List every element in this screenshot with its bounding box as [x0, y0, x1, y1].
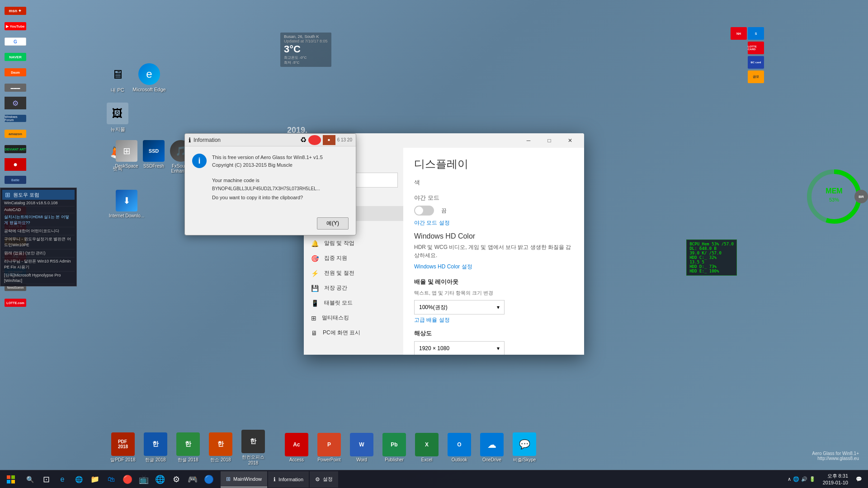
maximize-button[interactable]: □: [539, 133, 560, 148]
taskbar-icon-3[interactable]: 🌐: [152, 470, 168, 488]
forum-item-6[interactable]: 리나무님 - 달판폰 Win10 RSS Admin PE Fix 사용기: [2, 258, 75, 272]
nav-focus[interactable]: 🎯 집중 지원: [304, 251, 403, 266]
taskbar-folder-icon[interactable]: 📁: [87, 470, 103, 488]
sidebar-deviantart[interactable]: DEVIANT ART: [4, 142, 27, 156]
hw-hdd-c-val: 13.5 5: [689, 260, 734, 264]
night-mode-settings-link[interactable]: 야간 모드 설정: [414, 219, 573, 227]
br-badge: BR: [854, 190, 868, 203]
icon-samsung[interactable]: S: [748, 27, 764, 40]
nav-tablet[interactable]: 📱 태블릿 모드: [304, 296, 403, 310]
icon-unknown[interactable]: 금모: [748, 70, 764, 83]
hd-color-settings-link[interactable]: Windows HD Color 설정: [414, 263, 573, 271]
sidebar-lotte-com[interactable]: LOTTE.com: [4, 296, 27, 310]
hw-cpu: BCPU_Hem 53% /57.0: [689, 242, 734, 246]
app-skype[interactable]: 💬 비즐/Skype: [509, 432, 540, 463]
taskbar-settings[interactable]: ⚙ 설정: [310, 471, 338, 488]
forum-item-3[interactable]: 공략에 대한어 어떤이코드니다: [2, 227, 75, 235]
desktop-internet-download[interactable]: ⬇ Internet Downlo...: [108, 190, 145, 218]
taskbar-icon-6[interactable]: 🔵: [201, 470, 217, 488]
taskbar-edge-icon[interactable]: 🌐: [71, 470, 87, 488]
desktop-icon-microsoft-edge[interactable]: e Microsoft Edge: [131, 63, 167, 92]
sidebar-windows-forum[interactable]: Windows Forum: [4, 111, 27, 126]
sidebar-icon1[interactable]: ▬▬▬: [4, 80, 27, 95]
taskbar-icon-5[interactable]: 🎮: [184, 470, 201, 488]
notification-center-button[interactable]: 💬: [854, 470, 864, 488]
info-orange-icon: ■: [323, 135, 335, 145]
app-hansho2018[interactable]: 한 한쇼 2018: [205, 432, 236, 463]
sidebar-battlenet[interactable]: Battle: [4, 173, 27, 187]
icon-lotte-card[interactable]: LOTTE CARD: [748, 42, 764, 54]
tray-volume-icon[interactable]: 🔊: [801, 476, 807, 482]
forum-popup-title: ⊞ 원도우 포럼: [2, 190, 75, 200]
taskbar-store-icon[interactable]: 🛍: [103, 470, 119, 488]
taskbar-icon-2[interactable]: 📺: [136, 470, 152, 488]
taskview-button[interactable]: ⊡: [38, 470, 54, 488]
taskbar-icon-1[interactable]: 🔴: [119, 470, 136, 488]
app-publisher[interactable]: Pb Publisher: [379, 433, 410, 462]
sidebar-game[interactable]: ⚙: [4, 96, 27, 110]
app-hancel2018[interactable]: 한 한셀 2018: [173, 432, 203, 463]
taskbar-right: ∧ 🌐 🔊 🔋 오후 8:31 2019-01-10 💬: [786, 470, 868, 488]
night-mode-title: 야간 모드: [414, 194, 573, 202]
app-hangul2018[interactable]: 한 한글 2018: [140, 432, 171, 463]
taskbar-ie-icon[interactable]: e: [54, 470, 71, 488]
app-excel[interactable]: X Excel: [411, 433, 442, 462]
app-outlook[interactable]: O Outlook: [444, 433, 475, 462]
yes-button[interactable]: 예(Y): [317, 217, 349, 230]
nav-project[interactable]: 🖥 PC에 화면 표시: [304, 325, 403, 340]
taskbar-clock[interactable]: 오후 8:31 2019-01-10: [819, 473, 852, 486]
nav-storage[interactable]: 💾 저장 공간: [304, 281, 403, 296]
night-mode-toggle[interactable]: [414, 206, 434, 216]
app-powerpoint[interactable]: P PowerPoint: [314, 433, 344, 462]
start-button[interactable]: [0, 470, 22, 488]
minimize-button[interactable]: ─: [518, 133, 539, 148]
app-word[interactable]: W Word: [346, 433, 377, 462]
information-dialog: ℹ Information ♻ ■ 6 13 20 i This is free…: [184, 133, 356, 235]
tray-network-icon[interactable]: 🌐: [793, 476, 799, 482]
taskbar-icon-4[interactable]: ⚙: [168, 470, 184, 488]
tray-battery-icon[interactable]: 🔋: [809, 476, 816, 482]
info-dialog-titlebar: ℹ Information ♻ ■ 6 13 20: [185, 134, 356, 146]
app-pdf2018[interactable]: PDF2018 알PDF 2018: [108, 432, 138, 463]
resolution-dropdown[interactable]: 868 × 488 ▾: [414, 341, 505, 355]
nav-power[interactable]: ⚡ 전원 및 절전: [304, 266, 403, 281]
desktop-icon-mypc[interactable]: 🖥 내 PC: [99, 63, 136, 94]
icon-bc[interactable]: BC card: [748, 56, 764, 69]
app-access[interactable]: Ac Access: [281, 433, 312, 462]
scale-dropdown[interactable]: 100%(권장) ▾: [414, 300, 505, 314]
hw-hdd-d: HDD D:_ 73%: [689, 264, 734, 269]
forum-item-2[interactable]: 설치시는트레이HDMI 설1는 본 어떻게 됐을까요??: [2, 213, 75, 227]
sidebar-icon2[interactable]: ●: [4, 157, 27, 172]
forum-item-1[interactable]: AutoCAD: [2, 206, 75, 213]
taskbar: 🔍 ⊡ e 🌐 📁 🛍 🔴 📺 🌐 ⚙ 🎮 🔵 ⊞ MainWindow ℹ I…: [0, 470, 868, 488]
sidebar-shop[interactable]: amazon: [4, 127, 27, 141]
taskbar-information[interactable]: ℹ Information: [268, 471, 309, 488]
sidebar-youtube[interactable]: ▶ YouTube: [4, 19, 27, 33]
taskbar-search-button[interactable]: 🔍: [22, 470, 38, 488]
hd-color-desc: HDR 및 WCG 비디오, 게임 및 앱에서 보다 밝고 생생한 화질을 감상…: [414, 243, 573, 259]
desktop-icon-item2[interactable]: 🖼 뉴지몰: [99, 103, 136, 133]
tray-up-icon[interactable]: ∧: [788, 476, 791, 482]
app-onedrive[interactable]: ☁ OneDrive: [476, 433, 507, 462]
forum-item-7[interactable]: [단독]Microsoft Hypnolypse Pro [Win/Mac]: [2, 272, 75, 284]
right-icons-cluster: NH S LOTTE CARD BC card 금모: [731, 27, 764, 83]
nav-notifications[interactable]: 🔔 알림 및 작업: [304, 236, 403, 251]
forum-item-4[interactable]: 구여무니 - 윈도우설정가로 별판큰 어드민Win10PE: [2, 235, 75, 249]
hw-dl-val: 39.0 K/ /57.0: [689, 251, 734, 255]
forum-item-5[interactable]: 원래 (없음) (보안 관리): [2, 249, 75, 258]
sidebar-naver[interactable]: NAVER: [4, 50, 27, 64]
icon-nh[interactable]: NH: [731, 27, 747, 40]
advanced-scale-link[interactable]: 고급 배율 설정: [414, 316, 573, 324]
color-section-title: 색: [414, 178, 573, 187]
info-dialog-body: i This is free version of Aero Glass for…: [185, 146, 356, 214]
sidebar-msn[interactable]: msn ✦: [4, 4, 27, 18]
taskbar-apps: ⊞ MainWindow ℹ Information ⚙ 설정: [217, 471, 786, 488]
taskbar-mainwindow[interactable]: ⊞ MainWindow: [221, 471, 267, 488]
sidebar-google[interactable]: G: [4, 34, 27, 49]
dropdown-arrow-icon: ▾: [497, 304, 500, 310]
sidebar-daum[interactable]: Daum: [4, 65, 27, 80]
app-hanword2018[interactable]: 한 한컨오피스 2018: [238, 430, 269, 465]
nav-multitasking[interactable]: ⊞ 멀티태스킹: [304, 310, 403, 325]
close-button[interactable]: ✕: [560, 133, 580, 148]
forum-item-0[interactable]: WinCatalog 2018 v18.5.0.108: [2, 200, 75, 206]
